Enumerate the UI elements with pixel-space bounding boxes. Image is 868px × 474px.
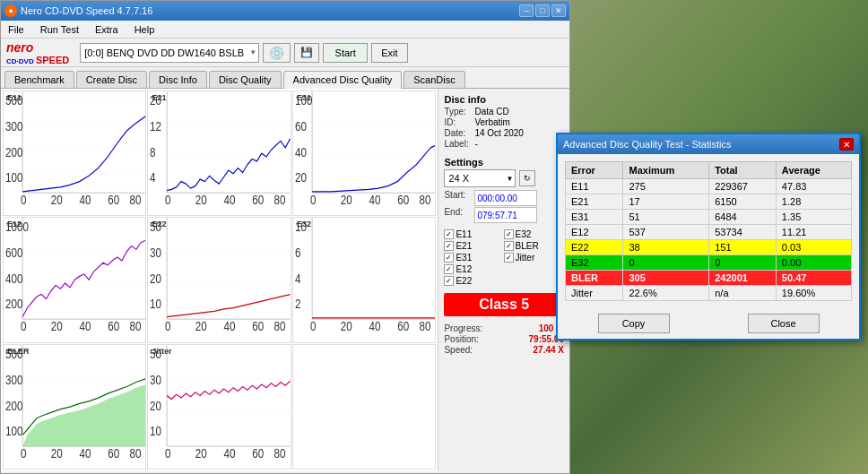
tab-advanced-disc-quality[interactable]: Advanced Disc Quality	[283, 71, 403, 89]
settings-section: Settings 24 X ▼ ↻ Start: End:	[444, 157, 564, 224]
stats-cell-maximum: 51	[623, 210, 709, 225]
svg-text:40: 40	[224, 445, 236, 460]
charts-area: E11 500 300 200 100 0 20 40 60 80	[1, 89, 438, 471]
stats-cell-name: E32	[566, 255, 623, 271]
cb-e22-label: E22	[456, 276, 472, 286]
save-button[interactable]: 💾	[294, 43, 319, 63]
svg-text:0: 0	[310, 193, 316, 207]
svg-text:60: 60	[108, 445, 119, 460]
stats-cell-maximum: 305	[623, 271, 709, 286]
disc-label-row: Label: -	[444, 139, 564, 149]
svg-text:10: 10	[151, 297, 162, 311]
cb-jitter: ✓ Jitter	[504, 253, 561, 263]
svg-text:0: 0	[165, 193, 170, 207]
maximize-button[interactable]: □	[535, 4, 550, 17]
svg-text:80: 80	[274, 319, 286, 333]
cb-e22: ✓ E22	[444, 276, 501, 286]
svg-text:80: 80	[274, 193, 286, 207]
start-time-label: Start:	[444, 190, 471, 206]
svg-text:40: 40	[80, 445, 91, 460]
stats-cell-average: 1.35	[776, 210, 851, 225]
svg-text:80: 80	[130, 445, 142, 460]
cb-jitter-box[interactable]: ✓	[504, 253, 514, 263]
chart-e11: E11 500 300 200 100 0 20 40 60 80	[3, 90, 146, 216]
stats-cell-total: 0	[709, 255, 777, 271]
svg-text:20: 20	[195, 445, 207, 460]
svg-text:20: 20	[51, 193, 63, 207]
copy-button[interactable]: Copy	[598, 314, 670, 333]
cb-e31: ✓ E31	[444, 253, 501, 263]
chart-e32: E32 10 6 4 2 0 20 40 60 80	[292, 217, 436, 342]
svg-text:80: 80	[274, 445, 286, 460]
svg-text:4: 4	[295, 271, 300, 286]
cb-jitter-label: Jitter	[516, 253, 535, 263]
cb-e32-box[interactable]: ✓	[504, 229, 514, 239]
chart-e21-label: E21	[152, 93, 166, 102]
stats-cell-total: 242001	[709, 271, 777, 286]
svg-text:20: 20	[51, 445, 63, 460]
title-bar: ● Nero CD-DVD Speed 4.7.7.16 ─ □ ✕	[1, 1, 569, 21]
chart-jitter-label: Jitter	[152, 347, 171, 356]
svg-text:200: 200	[5, 297, 22, 311]
cb-e21-box[interactable]: ✓	[444, 241, 454, 251]
tab-disc-info[interactable]: Disc Info	[149, 71, 207, 88]
content-area: E11 500 300 200 100 0 20 40 60 80	[1, 89, 569, 471]
menu-file[interactable]: File	[4, 22, 28, 37]
svg-text:20: 20	[341, 193, 352, 207]
minimize-button[interactable]: ─	[519, 4, 534, 17]
svg-text:40: 40	[224, 193, 236, 207]
stats-close-btn[interactable]: ✕	[839, 138, 854, 151]
menu-run-test[interactable]: Run Test	[37, 22, 82, 37]
stats-cell-total: 6150	[709, 194, 777, 210]
tab-create-disc[interactable]: Create Disc	[76, 71, 147, 88]
stats-row: BLER30524200150.47	[566, 271, 852, 286]
stats-cell-name: Jitter	[566, 286, 623, 301]
menu-extra[interactable]: Extra	[91, 22, 122, 37]
progress-row: Progress: 100 %	[444, 323, 564, 333]
chart-e22-label: E22	[152, 220, 166, 228]
tab-benchmark[interactable]: Benchmark	[4, 71, 74, 88]
tab-disc-quality[interactable]: Disc Quality	[209, 71, 282, 88]
settings-title: Settings	[444, 157, 564, 168]
close-button[interactable]: ✕	[551, 4, 566, 17]
svg-text:200: 200	[5, 145, 22, 159]
svg-text:20: 20	[151, 399, 162, 413]
disc-date-row: Date: 14 Oct 2020	[444, 128, 564, 138]
stats-content: Error Maximum Total Average E11275229367…	[558, 154, 859, 308]
drive-selector[interactable]: [0:0] BENQ DVD DD DW1640 BSLB ▼	[80, 43, 259, 63]
position-label: Position:	[444, 334, 478, 344]
svg-text:40: 40	[80, 319, 91, 333]
svg-text:60: 60	[253, 193, 265, 207]
end-time-input[interactable]	[474, 207, 537, 223]
col-average: Average	[776, 162, 851, 179]
stats-cell-total: n/a	[709, 286, 777, 301]
stats-buttons: Copy Close	[558, 308, 859, 339]
refresh-button[interactable]: ↻	[519, 170, 535, 186]
close-button[interactable]: Close	[748, 314, 820, 333]
svg-text:40: 40	[80, 193, 91, 207]
svg-text:12: 12	[151, 119, 162, 134]
cb-e31-box[interactable]: ✓	[444, 253, 454, 263]
disc-info-button[interactable]: 💿	[263, 43, 291, 63]
cb-bler-box[interactable]: ✓	[504, 241, 514, 251]
chart-bler: BLER 500 300 200 100 0 20 40 60 80	[3, 344, 146, 470]
exit-button[interactable]: Exit	[371, 43, 407, 63]
stats-cell-average: 0.03	[776, 240, 851, 255]
disc-type-value: Data CD	[474, 107, 508, 116]
chart-e11-label: E11	[7, 93, 22, 102]
speed-selector[interactable]: 24 X ▼	[444, 169, 516, 187]
start-button[interactable]: Start	[323, 43, 368, 63]
cb-e22-box[interactable]: ✓	[444, 276, 454, 286]
progress-section: Progress: 100 % Position: 79:55.00 Speed…	[444, 323, 564, 356]
start-time-input[interactable]	[474, 190, 537, 206]
end-time-label: End:	[444, 207, 471, 223]
cb-e12-box[interactable]: ✓	[444, 264, 454, 274]
tab-scan-disc[interactable]: ScanDisc	[404, 71, 464, 88]
stats-row: Jitter22.6%n/a19.60%	[566, 286, 852, 301]
disc-date-value: 14 Oct 2020	[474, 128, 523, 138]
cb-e11-box[interactable]: ✓	[444, 229, 454, 239]
svg-text:0: 0	[165, 445, 170, 460]
disc-type-row: Type: Data CD	[444, 107, 564, 116]
class-badge: Class 5	[444, 293, 564, 316]
menu-help[interactable]: Help	[131, 22, 159, 37]
